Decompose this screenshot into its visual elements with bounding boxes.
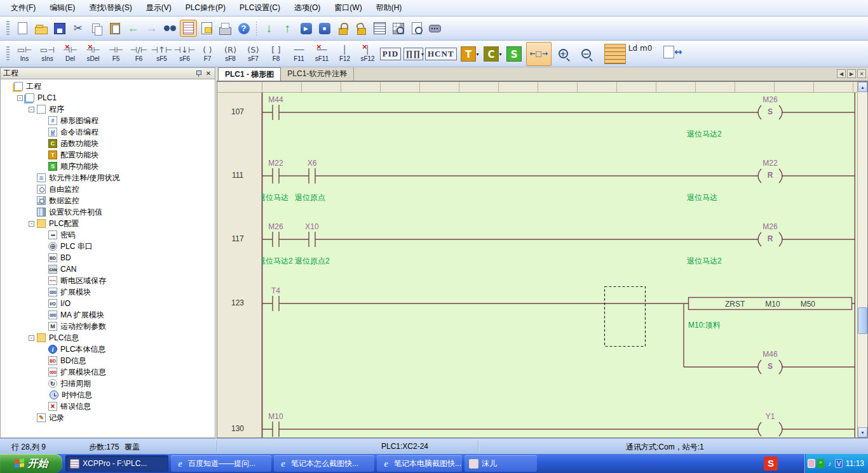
tree-item[interactable]: 函数功能块 [2,138,214,149]
contact-label[interactable]: X10 [293,222,331,231]
coil-label[interactable]: M26 [751,222,789,231]
tree-item[interactable]: 运动控制参数 [2,321,214,332]
taskbar-task[interactable]: 笔记本怎么截图快... [274,455,374,472]
toolbar-grip[interactable] [6,46,10,62]
sidebar-close-icon[interactable]: ✕ [205,70,212,77]
coil-label[interactable]: Y1 [751,412,789,421]
contact-label[interactable]: T4 [262,286,295,295]
zrst-instruction[interactable]: ZRST M10 M50 [688,298,852,310]
editor-tab[interactable]: PLC1 - 梯形图 [218,67,281,81]
menu-item[interactable]: 编辑(E) [43,1,82,15]
ladder-tool-button[interactable]: HCNT [425,42,457,66]
ladder-tool-button[interactable]: ⊣⊢ F5 [105,42,127,66]
toolbar-icon[interactable] [106,20,123,37]
toolbar-icon[interactable] [261,20,278,37]
tree-item[interactable]: - PLC配置 [2,218,214,229]
toolbar-icon[interactable] [143,20,160,37]
tree-item[interactable]: - PLC1 [2,92,214,103]
dropdown-arrow-icon[interactable]: ▾ [477,51,479,57]
edit-cursor[interactable] [605,287,646,347]
coil-label[interactable]: M46 [751,350,789,359]
toolbar-icon[interactable] [217,20,234,37]
toolbar-icon[interactable] [408,20,425,37]
toolbar-icon[interactable] [235,20,252,37]
menu-item[interactable]: PLC操作(P) [179,1,233,15]
coil-label[interactable]: M22 [751,159,789,168]
tab-prev-icon[interactable]: ◀ [837,69,846,78]
ladder-tool-button[interactable]: × ⊣⊢ sDel [82,42,104,66]
toolbar-icon[interactable] [334,20,351,37]
menu-item[interactable]: 查找\替换(S) [82,1,139,15]
contact-label[interactable]: X6 [293,159,331,168]
tray-avatar-icon[interactable] [808,459,815,468]
tree-item[interactable]: 扩展模块信息 [2,366,214,378]
toolbar-icon[interactable] [254,20,259,37]
tree-item[interactable]: 软元件注释/使用状况 [2,172,214,183]
tree-item[interactable]: PLC 串口 [2,241,214,252]
toolbar-icon[interactable] [88,20,105,37]
editor-tab[interactable]: PLC1-软元件注释 [281,67,354,81]
ladder-tool-button[interactable]: [ ] F8 [265,42,287,66]
tree-item[interactable]: 记录 [2,412,214,423]
ladder-tool-button[interactable]: × │ sF12 [356,42,379,66]
tree-item[interactable]: 设置软元件初值 [2,206,214,218]
tray-network-icon[interactable] [817,459,824,468]
toolbar-icon[interactable] [69,20,86,37]
tree-item[interactable]: - PLC信息 [2,332,214,343]
tree-item[interactable]: - 程序 [2,103,214,115]
sogou-input-icon[interactable]: S [764,456,778,470]
tree-expander[interactable]: - [29,107,34,112]
toolbar-icon[interactable] [14,20,31,37]
scrollbar-thumb[interactable] [858,307,867,334]
menu-item[interactable]: PLC设置(C) [233,1,287,15]
tree-item[interactable]: 配置功能块 [2,149,214,161]
ladder-tool-button[interactable]: │ F12 [334,42,356,66]
tree-item[interactable]: 密码 [2,229,214,241]
ladder-tool-button[interactable]: × ⊣⊢ Del [59,42,81,66]
ladder-tool-button[interactable]: ∏∏ ▾ [402,42,424,66]
menu-item[interactable]: 帮助(H) [369,1,409,15]
contact-label[interactable]: M26 [262,222,295,231]
ladder-tool-button[interactable]: (S) sF7 [242,42,264,66]
tree-item[interactable]: 数据监控 [2,195,214,206]
scroll-down-icon[interactable]: ▼ [858,427,867,437]
contact-label[interactable]: M44 [262,95,295,104]
tab-close-icon[interactable]: ✕ [857,69,866,78]
toolbar-icon[interactable] [51,20,68,37]
tree-item[interactable]: 梯形图编程 [2,115,214,126]
tray-volume-icon[interactable] [826,459,833,468]
tree-item[interactable]: CAN [2,263,214,275]
ladder-tool-button[interactable]: ⊣↑⊢ sF5 [151,42,173,66]
menu-item[interactable]: 显示(V) [139,1,179,15]
scroll-up-icon[interactable]: ▲ [858,82,867,92]
toolbar-icon[interactable] [180,20,197,37]
tree-expander[interactable]: - [29,335,34,341]
menu-item[interactable]: 窗口(W) [327,1,369,15]
tree-expander[interactable]: - [17,95,23,101]
toolbar-grip[interactable] [6,21,10,36]
dropdown-arrow-icon[interactable]: ▾ [421,51,424,57]
contact-label[interactable]: M22 [262,159,295,168]
tree-item[interactable]: I/O [2,298,214,309]
tab-next-icon[interactable]: ▶ [847,69,856,78]
pushpin-icon[interactable] [195,70,202,77]
toolbar-icon[interactable] [426,20,444,37]
ladder-tool-button[interactable]: + [552,42,574,66]
tree-item[interactable]: 工程 [2,81,214,92]
ladder-tool-button[interactable]: ▭⊣ sIns [36,42,58,66]
ladder-tool-button[interactable]: S [503,42,526,66]
menu-item[interactable]: 选项(O) [287,1,327,15]
tree-item[interactable]: 扩展模块 [2,286,214,298]
toolbar-icon[interactable] [297,20,315,37]
tray-thunder-icon[interactable] [835,459,843,468]
tree-item[interactable]: 顺序功能块 [2,161,214,172]
tree-item[interactable]: 错误信息 [2,401,214,412]
toolbar-icon[interactable] [316,20,333,37]
tree-item[interactable]: PLC本体信息 [2,343,214,355]
contact-label[interactable]: M10 [262,412,295,421]
toolbar-icon[interactable] [371,20,388,37]
tree-item[interactable]: MA 扩展模块 [2,309,214,321]
tree-expander[interactable]: - [29,221,34,227]
ladder-tool-button[interactable]: (R) sF8 [219,42,241,66]
ladder-tool-button[interactable]: Ld m0 [598,42,659,66]
